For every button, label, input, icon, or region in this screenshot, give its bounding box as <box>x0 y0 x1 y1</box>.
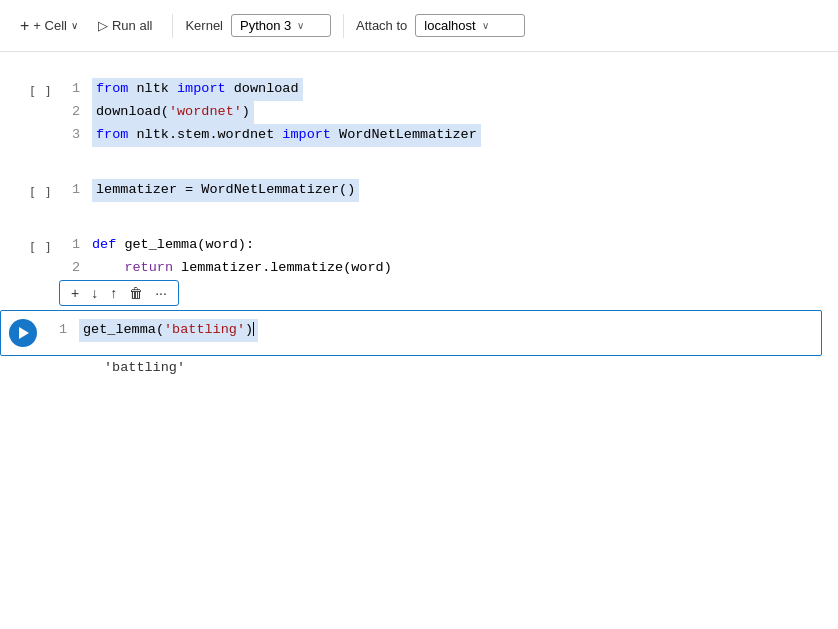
cell-4-active-border: 1 get_lemma('battling') <box>0 310 822 356</box>
delete-button[interactable]: 🗑 <box>124 283 148 303</box>
run-icon: ▷ <box>98 18 108 33</box>
notebook-toolbar: + + Cell ∨ ▷ Run all Kernel Python 3 ∨ A… <box>0 0 838 52</box>
attach-label: Attach to <box>356 18 407 33</box>
cell-2: [ ] 1 lemmatizer = WordNetLemmatizer() <box>0 169 838 212</box>
kernel-label: Kernel <box>185 18 223 33</box>
cell-divider-1 <box>0 161 838 169</box>
run-all-button[interactable]: ▷ Run all <box>90 14 160 37</box>
attach-chevron-icon: ∨ <box>482 20 489 31</box>
cell-1: [ ] 1 from nltk import download 2 downlo… <box>0 68 838 157</box>
cell-label: + Cell <box>33 18 67 33</box>
table-row: 1 def get_lemma(word): <box>60 234 838 257</box>
cell-4-container: + ↓ ↑ 🗑 ··· 1 get_lemma('battling') <box>0 310 822 356</box>
run-all-label: Run all <box>112 18 152 33</box>
cell-4-output: 'battling' <box>60 356 185 379</box>
cell-1-code[interactable]: 1 from nltk import download 2 download('… <box>60 78 838 147</box>
active-cell-toolbar: + ↓ ↑ 🗑 ··· <box>59 280 179 306</box>
cell-4-code[interactable]: 1 get_lemma('battling') <box>43 311 821 346</box>
chevron-down-icon: ∨ <box>71 20 78 31</box>
cell-4-output-left <box>0 356 60 379</box>
attach-value: localhost <box>424 18 475 33</box>
kernel-chevron-icon: ∨ <box>297 20 304 31</box>
table-row: 1 lemmatizer = WordNetLemmatizer() <box>60 179 838 202</box>
plus-icon: + <box>20 17 29 35</box>
cell-2-code[interactable]: 1 lemmatizer = WordNetLemmatizer() <box>60 179 838 202</box>
add-cell-button[interactable]: + + Cell ∨ <box>12 13 86 39</box>
cell-3-code[interactable]: 1 def get_lemma(word): 2 return lemmatiz… <box>60 234 838 280</box>
kernel-select[interactable]: Python 3 ∨ <box>231 14 331 37</box>
notebook-body: [ ] 1 from nltk import download 2 downlo… <box>0 52 838 379</box>
attach-select[interactable]: localhost ∨ <box>415 14 525 37</box>
move-up-button[interactable]: ↑ <box>105 283 122 303</box>
table-row: 2 return lemmatizer.lemmatize(word) <box>60 257 838 280</box>
cell-4-output-row: 'battling' <box>0 356 822 379</box>
run-triangle-icon <box>19 327 29 339</box>
cell-2-execution: [ ] <box>0 179 60 200</box>
more-options-button[interactable]: ··· <box>150 283 172 303</box>
cell-4-run-area <box>1 311 43 355</box>
toolbar-separator-2 <box>343 14 344 38</box>
kernel-value: Python 3 <box>240 18 291 33</box>
cell-3-execution: [ ] <box>0 234 60 255</box>
table-row: 3 from nltk.stem.wordnet import WordNetL… <box>60 124 838 147</box>
cell-divider-2 <box>0 216 838 224</box>
run-cell-button[interactable] <box>9 319 37 347</box>
move-down-button[interactable]: ↓ <box>86 283 103 303</box>
table-row: 1 get_lemma('battling') <box>47 319 813 342</box>
toolbar-separator-1 <box>172 14 173 38</box>
cell-1-execution: [ ] <box>0 78 60 99</box>
table-row: 2 download('wordnet') <box>60 101 838 124</box>
add-below-button[interactable]: + <box>66 283 84 303</box>
cursor <box>253 322 254 336</box>
table-row: 1 from nltk import download <box>60 78 838 101</box>
